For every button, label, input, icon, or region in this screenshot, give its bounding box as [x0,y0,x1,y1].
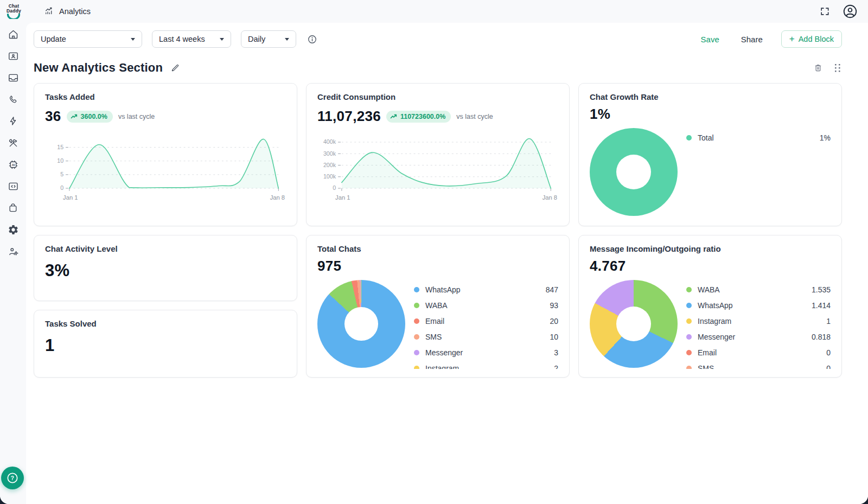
svg-text:400k: 400k [323,138,336,145]
sidebar-item-calls[interactable] [3,90,23,109]
legend-dot-icon [686,350,692,355]
legend-label: Messenger [425,348,463,357]
legend-row: Messenger3 [414,344,558,360]
svg-text:?: ? [11,475,14,481]
add-block-button[interactable]: +Add Block [781,30,842,48]
inbox-icon [8,72,19,84]
legend-dot-icon [414,303,419,308]
tools-icon [8,137,19,149]
drag-section-handle[interactable] [834,63,842,73]
pencil-icon [170,63,180,73]
lightning-icon [8,116,18,126]
message-ratio-legend: WABA1.535WhatsApp1.414Instagram1Messenge… [686,280,831,369]
fullscreen-button[interactable] [818,5,831,18]
chat-activity-value: 3% [45,261,69,280]
total-chats-legend: WhatsApp847WABA93Email20SMS10Messenger3I… [414,280,558,369]
card-title: Tasks Added [45,92,286,101]
card-title: Chat Activity Level [45,244,286,253]
legend-label: SMS [698,364,714,369]
svg-text:5: 5 [60,171,63,177]
tasks-solved-value: 1 [45,336,55,355]
trend-up-icon [71,113,78,119]
legend-label: Email [425,317,444,326]
cards-grid: Tasks Added 36 3600.0% vs last cycle 051… [34,83,842,378]
sidebar-item-home[interactable] [3,24,23,44]
legend-row: WABA1.535 [686,282,831,297]
donut-hole [616,307,652,342]
card-total-chats: Total Chats 975 WhatsApp847WABA93Email20… [306,235,570,378]
delta-note: vs last cycle [118,113,155,120]
info-button[interactable] [306,33,318,46]
message-ratio-donut-chart [590,280,678,368]
sidebar-item-developer[interactable] [3,176,23,196]
legend-row: SMS10 [414,329,558,344]
legend-label: Instagram [425,364,459,369]
card-title: Chat Growth Rate [590,92,831,101]
svg-text:AI: AI [11,163,15,166]
update-dropdown[interactable]: Update [34,30,142,48]
edit-section-title-button[interactable] [169,62,181,74]
card-tasks-solved: Tasks Solved 1 [34,310,297,378]
sidebar-item-inbox[interactable] [3,68,23,87]
legend-value: 3 [554,348,558,357]
chatdaddy-logo[interactable]: Chat Daddy [4,3,23,20]
legend-row: WhatsApp847 [414,282,558,297]
total-chats-donut-chart [317,280,405,368]
trend-up-icon [390,113,397,119]
gear-icon [8,224,19,235]
legend-dot-icon [414,350,419,355]
avatar-icon [842,3,858,20]
legend-value: 2 [554,364,558,369]
chat-growth-legend: Total1% [686,128,831,216]
phone-icon [8,94,18,105]
logo-text-line2: Daddy [7,9,21,14]
delete-section-button[interactable] [812,62,824,74]
page-title-group: Analytics [44,6,91,17]
legend-dot-icon [686,287,692,292]
contact-card-icon [8,50,19,62]
sidebar-item-shop[interactable] [3,198,23,218]
legend-label: Messenger [698,333,735,341]
svg-text:Jan 8: Jan 8 [542,195,557,201]
legend-dot-icon [686,334,692,340]
left-column-stack: Chat Activity Level 3% Tasks Solved 1 [34,235,297,378]
card-credit-consumption: Credit Consumption 11,07,236 110723600.0… [306,83,570,226]
sidebar-item-team[interactable] [3,241,23,261]
legend-value: 20 [550,317,558,326]
sidebar-item-tools[interactable] [3,133,23,152]
sidebar-item-automation[interactable] [3,111,23,131]
legend-dot-icon [686,135,692,141]
svg-text:Jan 1: Jan 1 [335,195,350,201]
svg-text:15: 15 [57,144,63,150]
granularity-dropdown[interactable]: Daily [241,30,296,48]
legend-value: 1.414 [812,301,831,310]
sidebar-item-settings[interactable] [3,220,23,239]
save-button[interactable]: Save [698,34,723,44]
fullscreen-icon [819,6,830,17]
sidebar-item-ai[interactable]: AI [3,155,23,174]
card-title: Total Chats [317,244,558,253]
share-button[interactable]: Share [738,34,766,44]
legend-label: Instagram [698,317,731,326]
help-button[interactable]: ? [1,467,24,489]
date-range-dropdown[interactable]: Last 4 weeks [152,30,231,48]
legend-value: 847 [546,285,558,294]
page-title: Analytics [59,7,91,16]
legend-value: 10 [550,333,558,341]
legend-value: 93 [550,301,558,310]
svg-text:0: 0 [60,184,63,191]
legend-row: WhatsApp1.414 [686,297,831,313]
legend-dot-icon [414,334,419,340]
chevron-down-icon [131,38,135,41]
legend-dot-icon [686,303,692,308]
donut-hole [344,307,378,341]
sidebar-item-contacts[interactable] [3,46,23,66]
svg-text:200k: 200k [323,162,336,168]
home-icon [8,29,19,40]
legend-dot-icon [414,287,419,292]
total-chats-value: 975 [317,258,341,275]
chevron-down-icon [220,38,224,41]
user-avatar-button[interactable] [841,2,859,21]
credit-consumption-value: 11,07,236 [317,108,381,125]
app-window: Chat Daddy Analytics [0,0,868,504]
